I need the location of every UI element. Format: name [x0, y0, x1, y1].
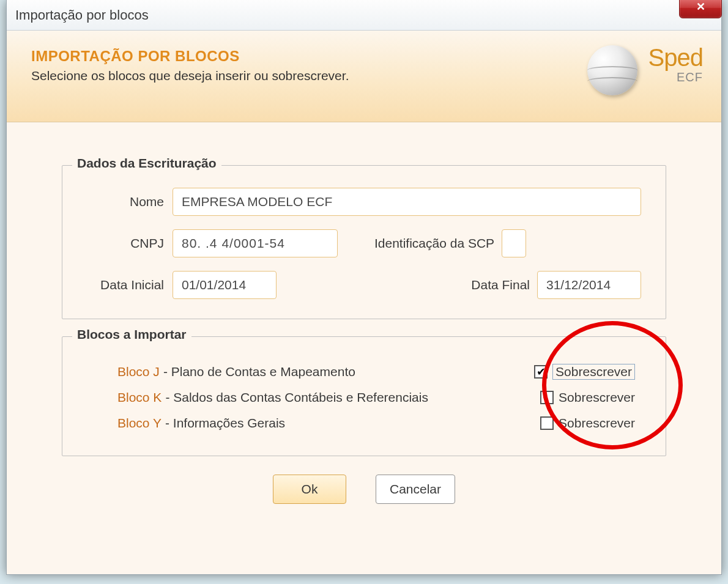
cnpj-field[interactable]: 80. .4 4/0001-54: [173, 229, 338, 257]
header-band: IMPORTAÇÃO POR BLOCOS Selecione os bloco…: [7, 31, 721, 122]
data-inicial-field[interactable]: 01/01/2014: [173, 271, 277, 299]
bloco-k-checkbox[interactable]: [540, 391, 554, 404]
data-final-label: Data Final: [471, 278, 530, 292]
blocos-group: Blocos a Importar Bloco J - Plano de Con…: [62, 336, 666, 456]
nome-label: Nome: [87, 194, 164, 209]
scp-field[interactable]: [502, 229, 526, 257]
window-title: Importação por blocos: [15, 7, 149, 23]
scp-label: Identificação da SCP: [374, 236, 494, 251]
cnpj-label: CNPJ: [87, 236, 164, 251]
title-bar: Importação por blocos ✕: [7, 0, 721, 31]
logo-text-ecf: ECF: [677, 71, 703, 83]
nome-field[interactable]: EMPRESA MODELO ECF: [173, 188, 641, 216]
bloco-y-desc: - Informações Gerais: [165, 416, 285, 431]
data-final-field[interactable]: 31/12/2014: [537, 271, 641, 299]
bloco-j-overwrite-label[interactable]: Sobrescrever: [552, 364, 635, 380]
sped-logo: Sped ECF: [587, 45, 703, 95]
bloco-y-checkbox[interactable]: [540, 416, 554, 430]
ok-button[interactable]: Ok: [273, 475, 346, 504]
header-subtitle: Selecione os blocos que deseja inserir o…: [31, 68, 349, 83]
logo-text-sped: Sped: [648, 45, 703, 70]
data-inicial-label: Data Inicial: [87, 278, 164, 292]
bloco-j-code: Bloco J: [117, 364, 160, 379]
close-button[interactable]: ✕: [679, 0, 722, 18]
bloco-k-code: Bloco K: [117, 390, 162, 405]
blocos-legend: Blocos a Importar: [72, 327, 191, 342]
bloco-y-overwrite-label[interactable]: Sobrescrever: [559, 416, 635, 431]
sped-sphere-icon: [587, 45, 637, 95]
escrituracao-group: Dados da Escrituração Nome EMPRESA MODEL…: [62, 165, 666, 319]
escrituracao-legend: Dados da Escrituração: [72, 156, 221, 171]
bloco-k-desc: - Saldos das Contas Contábeis e Referenc…: [165, 390, 428, 405]
dialog-window: Importação por blocos ✕ IMPORTAÇÃO POR B…: [6, 0, 722, 575]
bloco-y-code: Bloco Y: [117, 416, 162, 431]
bloco-k-overwrite-label[interactable]: Sobrescrever: [559, 390, 635, 405]
header-title: IMPORTAÇÃO POR BLOCOS: [31, 48, 349, 65]
bloco-j-row: Bloco J - Plano de Contas e Mapeamento S…: [117, 359, 635, 385]
bloco-k-row: Bloco K - Saldos das Contas Contábeis e …: [117, 385, 635, 410]
cancel-button[interactable]: Cancelar: [376, 475, 455, 504]
bloco-y-row: Bloco Y - Informações Gerais Sobrescreve…: [117, 410, 635, 436]
bloco-j-checkbox[interactable]: [534, 365, 548, 379]
bloco-j-desc: - Plano de Contas e Mapeamento: [163, 364, 355, 379]
